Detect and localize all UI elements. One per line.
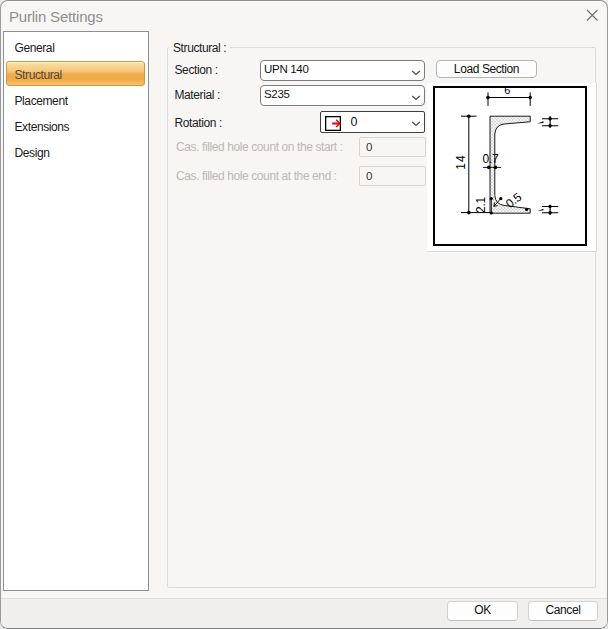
svg-text:0.7: 0.7 [483,152,499,166]
svg-text:6: 6 [504,88,510,96]
svg-text:14: 14 [454,154,468,169]
svg-text:2.1: 2.1 [474,196,488,212]
